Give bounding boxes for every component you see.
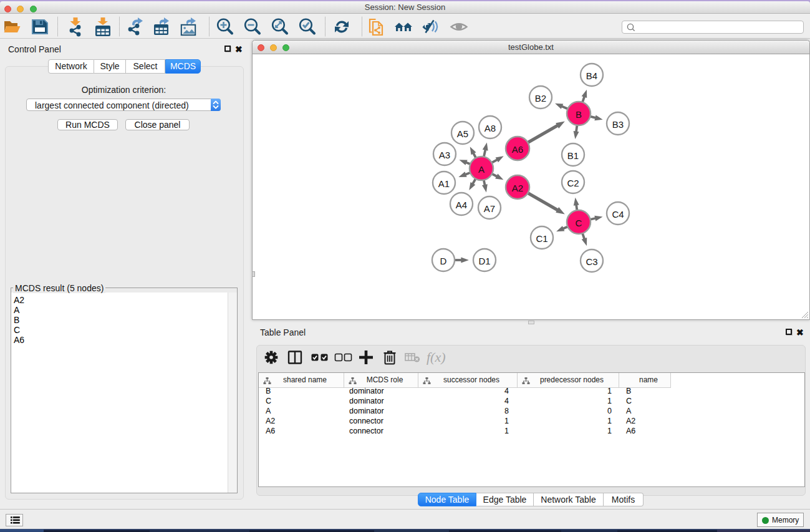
svg-text:D1: D1 — [478, 256, 490, 266]
svg-text:A2: A2 — [512, 183, 523, 193]
svg-text:D: D — [440, 256, 447, 266]
svg-text:C2: C2 — [567, 178, 579, 188]
svg-text:B3: B3 — [612, 119, 624, 130]
svg-text:C1: C1 — [536, 233, 547, 244]
svg-text:C: C — [576, 218, 582, 228]
svg-text:B2: B2 — [535, 93, 546, 104]
svg-text:C3: C3 — [586, 256, 597, 267]
svg-text:B4: B4 — [586, 70, 597, 81]
svg-text:A6: A6 — [512, 144, 523, 155]
svg-text:A3: A3 — [439, 150, 450, 160]
svg-text:B: B — [576, 109, 582, 120]
svg-text:A4: A4 — [456, 200, 467, 210]
svg-text:A: A — [478, 164, 485, 175]
svg-text:A1: A1 — [438, 178, 450, 189]
svg-text:A7: A7 — [484, 203, 495, 214]
svg-text:B1: B1 — [567, 150, 579, 161]
svg-text:A5: A5 — [457, 128, 468, 139]
svg-text:C4: C4 — [612, 209, 624, 220]
svg-text:A8: A8 — [485, 123, 496, 133]
